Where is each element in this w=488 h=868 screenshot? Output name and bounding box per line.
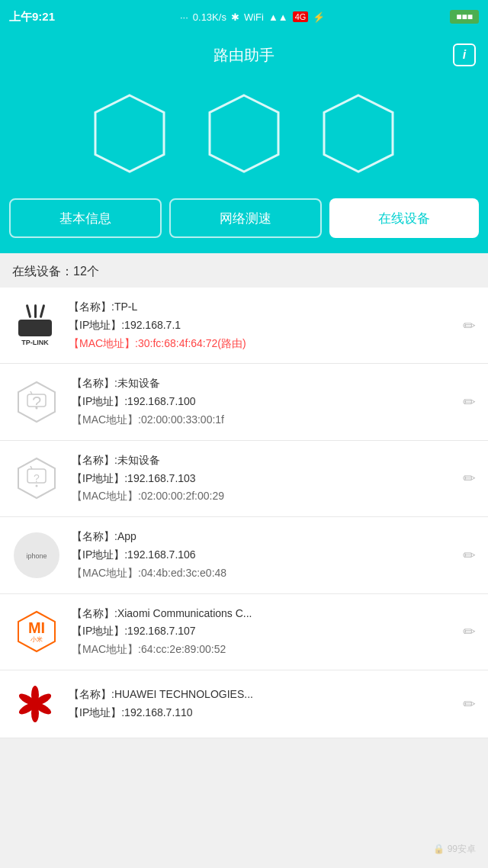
- device-count-bar: 在线设备：12个: [0, 253, 488, 288]
- tab-online-devices[interactable]: 在线设备: [329, 198, 479, 238]
- svg-marker-0: [95, 95, 164, 172]
- device-mac: 【MAC地址】:02:00:00:33:00:1f: [72, 411, 452, 429]
- edit-button[interactable]: ✏: [463, 546, 476, 564]
- antenna-right: [39, 304, 45, 318]
- unknown-device-logo-2: ?: [12, 454, 61, 503]
- device-ip: 【IP地址】:192.168.7.1: [69, 317, 452, 335]
- speedometer-hexagon[interactable]: [202, 92, 286, 175]
- speedometer-hex-shape: [202, 92, 286, 175]
- device-mac: 【MAC地址】:64:cc:2e:89:00:52: [72, 641, 452, 659]
- device-ip: 【IP地址】:192.168.7.106: [72, 546, 452, 564]
- svg-marker-15: [324, 95, 393, 172]
- tab-network-speed[interactable]: 网络测速: [169, 198, 322, 238]
- watermark: 🔒 99安卓: [433, 843, 476, 856]
- device-ip: 【IP地址】:192.168.7.100: [72, 393, 452, 411]
- apple-label: iphone: [26, 552, 47, 560]
- apple-logo: iphone: [12, 531, 61, 580]
- svg-point-23: [36, 407, 38, 410]
- device-name: 【名称】:App: [72, 528, 452, 546]
- hero-section: [0, 76, 488, 198]
- device-info: 【名称】:未知设备 【IP地址】:192.168.7.100 【MAC地址】:0…: [72, 375, 452, 429]
- antenna-left: [25, 304, 31, 318]
- router-hex-shape: [88, 92, 172, 175]
- device-info: 【名称】:TP-L 【IP地址】:192.168.7.1 【MAC地址】:30:…: [69, 298, 452, 352]
- device-name: 【名称】:未知设备: [72, 375, 452, 393]
- status-time: 上午9:21: [9, 10, 55, 24]
- phone-hexagon[interactable]: [316, 92, 400, 175]
- xiaomi-logo: MI 小米: [12, 607, 61, 656]
- device-count-label: 在线设备：12个: [12, 265, 99, 278]
- list-item: ? 【名称】:未知设备 【IP地址】:192.168.7.100 【MAC地址】…: [0, 364, 488, 440]
- device-info: 【名称】:Xiaomi Communications C... 【IP地址】:1…: [72, 605, 452, 659]
- list-item: MI 小米 【名称】:Xiaomi Communications C... 【I…: [0, 594, 488, 670]
- device-info: 【名称】:App 【IP地址】:192.168.7.106 【MAC地址】:04…: [72, 528, 452, 582]
- status-bar: 上午9:21 ··· 0.13K/s ✱ WiFi ▲▲ 4G ⚡ ■■■: [0, 0, 488, 34]
- svg-point-27: [36, 485, 38, 487]
- status-right: ■■■: [450, 10, 479, 24]
- huawei-logo: [12, 681, 58, 727]
- info-button[interactable]: i: [453, 43, 476, 66]
- list-item: 【名称】:HUAWEI TECHNOLOGIES... 【IP地址】:192.1…: [0, 670, 488, 738]
- xiaomi-label: 小米: [30, 635, 43, 644]
- device-info: 【名称】:HUAWEI TECHNOLOGIES... 【IP地址】:192.1…: [69, 686, 452, 722]
- device-name: 【名称】:HUAWEI TECHNOLOGIES...: [69, 686, 452, 704]
- device-mac: 【MAC地址】:02:00:00:2f:00:29: [72, 487, 452, 506]
- router-hexagon[interactable]: [88, 92, 172, 175]
- tplink-text: TP-LINK: [21, 339, 49, 346]
- phone-hex-shape: [316, 92, 400, 175]
- unknown-device-logo: ?: [12, 378, 61, 426]
- status-center: ··· 0.13K/s ✱ WiFi ▲▲ 4G ⚡: [180, 11, 325, 23]
- list-item: ? 【名称】:未知设备 【IP地址】:192.168.7.103 【MAC地址】…: [0, 441, 488, 517]
- antenna-center: [34, 304, 37, 318]
- header-title: 路由助手: [214, 45, 274, 66]
- tab-basic-info[interactable]: 基本信息: [9, 198, 162, 238]
- app-header: 路由助手 i: [0, 34, 488, 76]
- edit-button[interactable]: ✏: [463, 622, 476, 641]
- list-item: TP-LINK 【名称】:TP-L 【IP地址】:192.168.7.1 【MA…: [0, 288, 488, 364]
- tplink-logo: TP-LINK: [12, 303, 58, 349]
- device-ip: 【IP地址】:192.168.7.110: [69, 704, 452, 722]
- device-name: 【名称】:TP-L: [69, 298, 452, 317]
- svg-text:?: ?: [34, 472, 40, 484]
- xiaomi-text: MI 小米: [28, 620, 45, 644]
- xiaomi-container: MI 小米: [14, 609, 59, 654]
- mi-logo: MI: [28, 620, 45, 635]
- device-mac: 【MAC地址】:30:fc:68:4f:64:72(路由): [69, 335, 452, 353]
- tab-section: 基本信息 网络测速 在线设备: [0, 198, 488, 253]
- tplink-body: [18, 320, 52, 336]
- device-info: 【名称】:未知设备 【IP地址】:192.168.7.103 【MAC地址】:0…: [72, 452, 452, 506]
- list-item: iphone 【名称】:App 【IP地址】:192.168.7.106 【MA…: [0, 517, 488, 593]
- edit-button[interactable]: ✏: [463, 469, 476, 487]
- device-list: TP-LINK 【名称】:TP-L 【IP地址】:192.168.7.1 【MA…: [0, 288, 488, 738]
- edit-button[interactable]: ✏: [463, 695, 476, 713]
- tplink-antenna: [27, 304, 43, 318]
- apple-logo-circle: iphone: [14, 532, 59, 578]
- device-ip: 【IP地址】:192.168.7.103: [72, 470, 452, 488]
- device-ip: 【IP地址】:192.168.7.107: [72, 622, 452, 641]
- device-mac: 【MAC地址】:04:4b:ed:3c:e0:48: [72, 564, 452, 583]
- edit-button[interactable]: ✏: [463, 317, 476, 335]
- edit-button[interactable]: ✏: [463, 393, 476, 411]
- device-name: 【名称】:Xiaomi Communications C...: [72, 605, 452, 623]
- svg-marker-8: [210, 95, 278, 172]
- device-name: 【名称】:未知设备: [72, 452, 452, 470]
